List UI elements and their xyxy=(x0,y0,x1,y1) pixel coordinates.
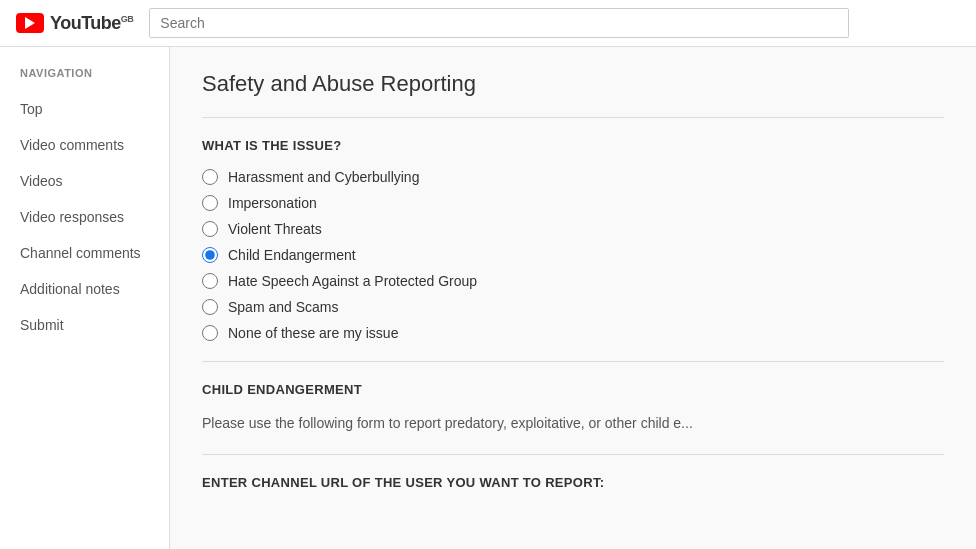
search-bar xyxy=(149,8,849,38)
option-violent-threats[interactable]: Violent Threats xyxy=(202,221,944,237)
header: YouTubeGB xyxy=(0,0,976,47)
option-impersonation[interactable]: Impersonation xyxy=(202,195,944,211)
sidebar-item-top[interactable]: Top xyxy=(0,91,169,127)
radio-impersonation[interactable] xyxy=(202,195,218,211)
region-badge: GB xyxy=(121,14,134,24)
content-area: Safety and Abuse Reporting WHAT IS THE I… xyxy=(170,47,976,549)
option-child-endangerment[interactable]: Child Endangerment xyxy=(202,247,944,263)
sidebar-item-channel-comments[interactable]: Channel comments xyxy=(0,235,169,271)
divider-mid xyxy=(202,361,944,362)
option-hate-speech-label: Hate Speech Against a Protected Group xyxy=(228,273,477,289)
sidebar-item-videos[interactable]: Videos xyxy=(0,163,169,199)
radio-none[interactable] xyxy=(202,325,218,341)
sidebar-item-video-responses[interactable]: Video responses xyxy=(0,199,169,235)
option-spam[interactable]: Spam and Scams xyxy=(202,299,944,315)
page-title: Safety and Abuse Reporting xyxy=(202,71,944,97)
radio-hate-speech[interactable] xyxy=(202,273,218,289)
channel-url-label: ENTER CHANNEL URL OF THE USER YOU WANT T… xyxy=(202,475,944,490)
option-harassment-label: Harassment and Cyberbullying xyxy=(228,169,419,185)
issue-label: WHAT IS THE ISSUE? xyxy=(202,138,944,153)
divider-bottom xyxy=(202,454,944,455)
radio-child-endangerment[interactable] xyxy=(202,247,218,263)
option-hate-speech[interactable]: Hate Speech Against a Protected Group xyxy=(202,273,944,289)
divider-top xyxy=(202,117,944,118)
sidebar-item-additional-notes[interactable]: Additional notes xyxy=(0,271,169,307)
youtube-wordmark: YouTube xyxy=(50,13,121,33)
option-harassment[interactable]: Harassment and Cyberbullying xyxy=(202,169,944,185)
radio-harassment[interactable] xyxy=(202,169,218,185)
option-spam-label: Spam and Scams xyxy=(228,299,339,315)
radio-spam[interactable] xyxy=(202,299,218,315)
option-none[interactable]: None of these are my issue xyxy=(202,325,944,341)
child-endangerment-section: CHILD ENDANGERMENT Please use the follow… xyxy=(202,382,944,434)
child-section-title: CHILD ENDANGERMENT xyxy=(202,382,944,397)
youtube-play-icon xyxy=(16,13,44,33)
issue-section: WHAT IS THE ISSUE? Harassment and Cyberb… xyxy=(202,138,944,341)
logo-text: YouTubeGB xyxy=(50,13,133,34)
sidebar-nav-label: NAVIGATION xyxy=(0,67,169,91)
main-layout: NAVIGATION Top Video comments Videos Vid… xyxy=(0,47,976,549)
sidebar: NAVIGATION Top Video comments Videos Vid… xyxy=(0,47,170,549)
option-impersonation-label: Impersonation xyxy=(228,195,317,211)
sidebar-item-submit[interactable]: Submit xyxy=(0,307,169,343)
radio-violent-threats[interactable] xyxy=(202,221,218,237)
logo-area: YouTubeGB xyxy=(16,13,133,34)
option-violent-threats-label: Violent Threats xyxy=(228,221,322,237)
option-child-endangerment-label: Child Endangerment xyxy=(228,247,356,263)
option-none-label: None of these are my issue xyxy=(228,325,398,341)
search-input[interactable] xyxy=(149,8,849,38)
child-description: Please use the following form to report … xyxy=(202,413,944,434)
sidebar-item-video-comments[interactable]: Video comments xyxy=(0,127,169,163)
